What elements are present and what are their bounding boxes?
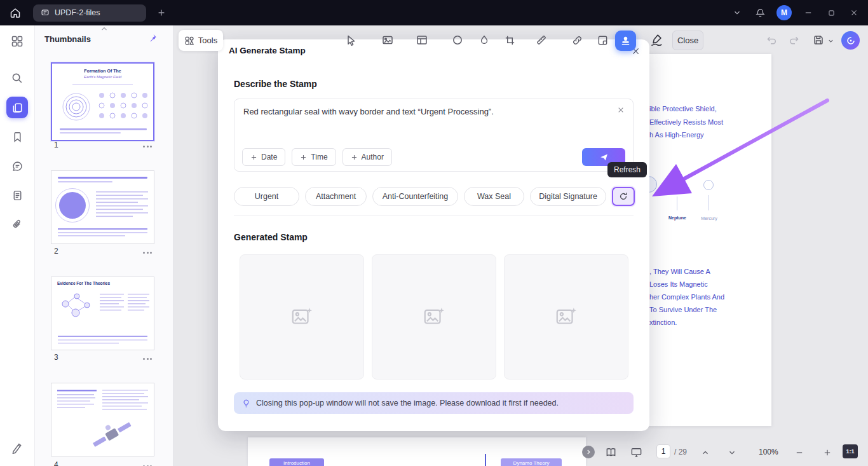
planet-label: Neptune	[665, 216, 690, 220]
ai-swirl-icon	[845, 35, 857, 46]
page-thumbnail-3[interactable]: Evidence For The Theories	[51, 277, 154, 350]
previous-page-button[interactable]	[699, 446, 712, 459]
tag-urgent[interactable]: Urgent	[234, 187, 299, 206]
notice-banner: Closing this pop-up window will not save…	[234, 392, 634, 414]
tag-wax-seal[interactable]: Wax Seal	[464, 187, 524, 206]
document-line: Loses Its Magnetic	[649, 280, 708, 288]
left-sidebar	[0, 25, 35, 466]
save-icon[interactable]	[811, 32, 826, 48]
document-info-button[interactable]	[6, 184, 28, 206]
add-time-button[interactable]: Time	[292, 148, 336, 166]
chat-icon	[41, 8, 50, 17]
zoom-level-label[interactable]: 100%	[759, 448, 778, 456]
expand-panel-button[interactable]	[582, 446, 595, 458]
thumb1-subtitle: Earth's Magnetic Field	[52, 75, 153, 79]
page-menu-icon[interactable]	[143, 249, 152, 256]
paperclip-icon	[11, 219, 24, 231]
shape-circle-tool-icon[interactable]	[450, 32, 465, 48]
signature-tool-button[interactable]	[6, 437, 28, 458]
signature-tool-icon[interactable]	[649, 32, 665, 48]
cursor-tool-icon[interactable]	[343, 32, 358, 48]
new-tab-button[interactable]	[153, 4, 170, 22]
avatar[interactable]: M	[776, 5, 792, 20]
refresh-tags-button[interactable]	[612, 187, 635, 206]
plus-icon	[156, 8, 166, 18]
apps-grid-button[interactable]	[6, 31, 28, 52]
document-icon	[11, 189, 24, 202]
describe-heading: Describe the Stamp	[234, 79, 317, 89]
presentation-button[interactable]	[629, 445, 643, 459]
plus-icon	[823, 448, 832, 457]
page-menu-icon[interactable]	[143, 355, 152, 362]
clear-input-icon[interactable]	[617, 106, 625, 114]
undo-icon[interactable]	[764, 32, 779, 48]
attachments-button[interactable]	[6, 214, 28, 235]
stamp-description-input[interactable]: Red rectangular seal with wavy border an…	[234, 99, 634, 172]
maximize-icon	[827, 9, 836, 17]
tag-attachment[interactable]: Attachment	[305, 187, 367, 206]
updf-app-window: UPDF-2-files M Thumbnails Forma	[0, 0, 868, 466]
chip-label: Date	[261, 153, 277, 161]
search-icon	[11, 72, 24, 85]
thumbnails-panel-button[interactable]	[6, 97, 28, 118]
measure-tool-icon[interactable]	[534, 32, 549, 48]
close-toolbar-button[interactable]: Close	[672, 31, 703, 50]
link-tool-icon[interactable]	[569, 32, 585, 48]
zoom-out-button[interactable]	[793, 446, 806, 459]
tools-icon	[184, 36, 194, 46]
ai-assistant-button[interactable]	[841, 31, 860, 50]
zoom-in-button[interactable]	[821, 446, 834, 459]
search-button[interactable]	[6, 67, 28, 89]
page-menu-icon[interactable]	[143, 142, 152, 150]
document-tab[interactable]: UPDF-2-files	[33, 4, 146, 22]
document-line: h As High-Energy	[649, 131, 704, 139]
sticker-tool-icon[interactable]	[595, 32, 610, 48]
tabs-dropdown-button[interactable]	[727, 1, 747, 25]
divider	[485, 454, 486, 466]
actual-size-button[interactable]: 1:1	[843, 444, 858, 458]
pen-icon	[11, 441, 24, 454]
table-tool-icon[interactable]	[414, 32, 430, 48]
next-page-button[interactable]	[726, 446, 738, 459]
thumb1-title: Formation Of The	[52, 69, 153, 73]
save-dropdown-icon[interactable]	[826, 36, 835, 45]
crop-tool-icon[interactable]	[502, 32, 517, 48]
bookmarks-button[interactable]	[6, 126, 28, 147]
page-number-input[interactable]: 1	[656, 444, 670, 458]
page-thumbnail-1[interactable]: Formation Of The Earth's Magnetic Field	[51, 62, 154, 141]
stamp-tool-button-active[interactable]	[615, 31, 636, 51]
tag-digital-signature[interactable]: Digital Signature	[530, 187, 606, 206]
tag-anti-counterfeiting[interactable]: Anti-Counterfeiting	[372, 187, 458, 206]
notifications-button[interactable]	[750, 1, 770, 25]
add-author-button[interactable]: Author	[342, 148, 392, 166]
prompt-text: Red rectangular seal with wavy border an…	[243, 106, 605, 118]
home-button[interactable]	[4, 1, 27, 24]
document-line: ible Protective Shield,	[649, 105, 717, 113]
scroll-up-icon[interactable]	[100, 25, 109, 32]
drop-shape-tool-icon[interactable]	[477, 32, 492, 48]
add-date-button[interactable]: Date	[242, 148, 285, 166]
stamp-icon	[620, 35, 632, 47]
planet-circle	[670, 179, 683, 191]
pin-icon[interactable]	[147, 33, 158, 43]
tools-button[interactable]: Tools	[179, 30, 223, 51]
reader-mode-button[interactable]	[604, 445, 618, 459]
redo-icon[interactable]	[787, 32, 802, 48]
monitor-icon	[630, 446, 642, 458]
comments-button[interactable]	[6, 155, 28, 177]
generated-heading: Generated Stamp	[234, 232, 308, 242]
image-tool-icon[interactable]	[380, 32, 395, 48]
thumb4-art	[51, 383, 154, 456]
page-thumbnail-4[interactable]	[51, 383, 154, 456]
minimize-button[interactable]	[798, 1, 818, 25]
tools-label: Tools	[198, 36, 217, 45]
close-label: Close	[677, 36, 698, 45]
planet-tick	[709, 195, 709, 210]
ai-generate-stamp-dialog: AI Generate Stamp Describe the Stamp Red…	[218, 39, 649, 431]
thumb2-art	[51, 171, 154, 243]
close-window-button[interactable]	[844, 1, 864, 25]
page-menu-icon[interactable]	[143, 462, 152, 466]
page-thumbnail-2[interactable]	[51, 170, 154, 244]
maximize-button[interactable]	[821, 1, 841, 25]
notice-text: Closing this pop-up window will not save…	[256, 399, 559, 408]
